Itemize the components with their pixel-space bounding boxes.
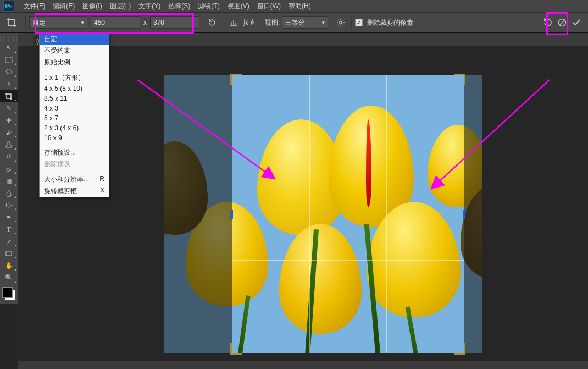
- dd-ratio-1x1[interactable]: 1 x 1（方形）: [40, 72, 109, 84]
- menu-view[interactable]: 视图(V): [224, 1, 253, 12]
- brush-tool[interactable]: 🖌: [0, 126, 18, 139]
- options-bar: 自定 ▾ 450 x 370 拉直 视图: 三等分 ▾ ✓ 删除裁剪的像素: [0, 12, 588, 33]
- hand-tool[interactable]: ✋: [0, 260, 18, 272]
- crop-handle-bl[interactable]: [230, 343, 242, 355]
- menu-file[interactable]: 文件(F): [20, 1, 49, 12]
- crop-handle-tr[interactable]: [454, 74, 465, 85]
- view-label: 视图:: [265, 18, 280, 27]
- wand-tool[interactable]: ✧: [0, 78, 18, 90]
- menu-bar: Ps 文件(F) 编辑(E) 图像(I) 图层(L) 文字(Y) 选择(S) 滤…: [0, 0, 588, 12]
- separator: [25, 16, 26, 29]
- x-label: x: [143, 19, 147, 26]
- dd-save-preset[interactable]: 存储预设...: [40, 147, 109, 158]
- menu-type[interactable]: 文字(Y): [135, 1, 164, 12]
- blur-tool[interactable]: [0, 187, 18, 199]
- history-brush-tool[interactable]: ↺: [0, 151, 18, 163]
- reset-button[interactable]: [542, 16, 554, 29]
- crop-shade-left: [164, 75, 232, 353]
- svg-rect-6: [6, 251, 12, 256]
- path-tool[interactable]: ↗: [0, 235, 18, 247]
- panel-handle[interactable]: [0, 36, 18, 42]
- dd-ratio-4x5[interactable]: 4 x 5 (8 x 10): [40, 84, 109, 93]
- svg-rect-5: [6, 168, 10, 172]
- dd-custom[interactable]: 自定: [40, 34, 109, 45]
- menu-layer[interactable]: 图层(L): [106, 1, 135, 12]
- straighten-icon[interactable]: [228, 16, 240, 29]
- eraser-tool[interactable]: [0, 163, 18, 175]
- dd-ratio-5x7[interactable]: 5 x 7: [40, 113, 109, 123]
- dd-ratio-85x11[interactable]: 8.5 x 11: [40, 93, 109, 103]
- move-tool[interactable]: ↖: [0, 42, 18, 54]
- crop-handle-r[interactable]: [463, 210, 465, 219]
- tool-panel: ↖ ✧ ✎ ✚ 🖌 ↺ ▦ ✒ T ↗ ✋ 🔍: [0, 33, 18, 304]
- crop-icon: [7, 18, 16, 27]
- dd-ratio-4x3[interactable]: 4 x 3: [40, 103, 109, 113]
- crop-grid-line: [232, 168, 464, 168]
- dd-ratio-16x9[interactable]: 16 x 9: [40, 133, 109, 143]
- shape-tool[interactable]: [0, 247, 18, 260]
- crop-tool[interactable]: [0, 90, 18, 102]
- crop-grid-line: [232, 260, 464, 261]
- healing-tool[interactable]: ✚: [0, 114, 18, 126]
- dd-original[interactable]: 原始比例: [40, 57, 109, 68]
- menu-image[interactable]: 图像(I): [79, 1, 106, 12]
- dd-rotate-crop[interactable]: 旋转裁剪框X: [40, 185, 109, 197]
- eyedropper-tool[interactable]: ✎: [0, 102, 18, 114]
- menu-select[interactable]: 选择(S): [164, 1, 194, 12]
- menu-help[interactable]: 帮助(H): [285, 1, 315, 12]
- svg-point-0: [340, 21, 342, 24]
- crop-preset-select[interactable]: 自定 ▾: [29, 16, 87, 29]
- straighten-label: 拉直: [243, 18, 256, 27]
- crop-shade-right: [464, 75, 482, 353]
- dd-ratio-2x3[interactable]: 2 x 3 (4 x 6): [40, 123, 109, 133]
- crop-height-input[interactable]: 370: [150, 16, 199, 29]
- gradient-tool[interactable]: ▦: [0, 175, 18, 187]
- lasso-tool[interactable]: [0, 66, 18, 78]
- cancel-button[interactable]: [556, 16, 568, 29]
- commit-button[interactable]: [570, 16, 583, 29]
- crop-handle-tl[interactable]: [230, 74, 242, 85]
- crop-width-input[interactable]: 450: [91, 16, 140, 29]
- delete-cropped-label: 删除裁剪的像素: [367, 18, 413, 27]
- svg-line-2: [560, 20, 565, 25]
- dd-delete-preset: 删除预设...: [40, 158, 109, 170]
- ps-logo: Ps: [3, 1, 14, 12]
- crop-preset-label: 自定: [32, 18, 46, 27]
- delete-cropped-checkbox[interactable]: ✓: [355, 19, 363, 26]
- svg-rect-3: [5, 57, 12, 63]
- zoom-tool[interactable]: 🔍: [0, 272, 18, 284]
- status-bar: [18, 361, 588, 369]
- crop-preset-dropdown: 自定 不受约束 原始比例 1 x 1（方形） 4 x 5 (8 x 10) 8.…: [39, 33, 109, 197]
- menu-edit[interactable]: 编辑(E): [49, 1, 79, 12]
- menu-filter[interactable]: 滤镜(T): [194, 1, 223, 12]
- dd-size-resolution[interactable]: 大小和分辨率...R: [40, 174, 109, 185]
- rotate-ccw-button[interactable]: [206, 16, 218, 29]
- crop-handle-l[interactable]: [230, 210, 233, 219]
- chevron-down-icon: ▾: [81, 20, 84, 25]
- crop-grid-line: [386, 75, 387, 353]
- marquee-tool[interactable]: [0, 54, 18, 66]
- stamp-tool[interactable]: [0, 139, 18, 151]
- color-swatch[interactable]: [2, 287, 15, 300]
- chevron-down-icon: ▾: [322, 20, 325, 25]
- view-select[interactable]: 三等分 ▾: [282, 16, 328, 29]
- pen-tool[interactable]: ✒: [0, 211, 18, 223]
- gear-icon[interactable]: [335, 16, 347, 29]
- dodge-tool[interactable]: [0, 199, 18, 211]
- crop-grid-line: [309, 75, 310, 353]
- menu-window[interactable]: 窗口(W): [253, 1, 285, 12]
- crop-box[interactable]: [232, 75, 464, 353]
- svg-point-4: [6, 69, 12, 74]
- dd-unconstrained[interactable]: 不受约束: [40, 45, 109, 57]
- separator: [223, 16, 223, 29]
- crop-handle-br[interactable]: [454, 343, 465, 355]
- separator: [351, 16, 352, 29]
- type-tool[interactable]: T: [0, 223, 18, 235]
- document-image[interactable]: [164, 75, 482, 353]
